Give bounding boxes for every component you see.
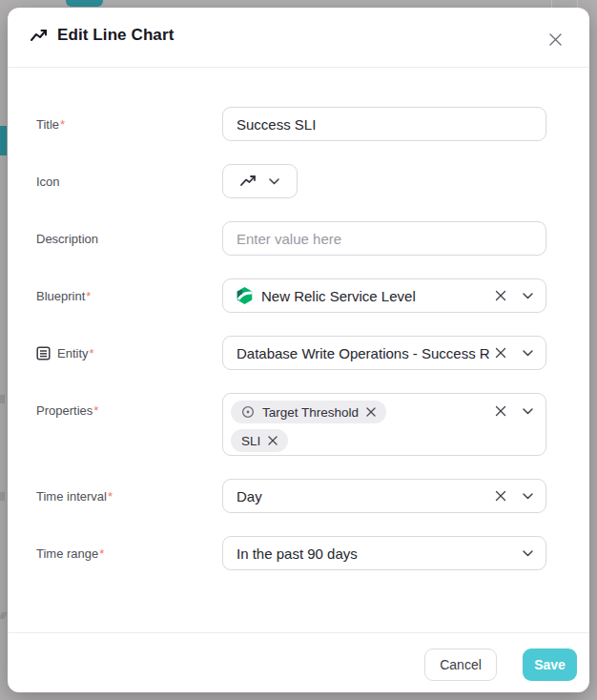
remove-tag-x-icon[interactable] bbox=[268, 436, 278, 445]
title-field-container bbox=[222, 107, 546, 141]
blueprint-select[interactable]: New Relic Service Level bbox=[222, 278, 546, 313]
dialog-header: Edit Line Chart bbox=[8, 8, 589, 68]
property-tag-label: SLI bbox=[241, 434, 260, 448]
required-asterisk: * bbox=[90, 346, 94, 360]
property-tag: Target Threshold bbox=[231, 401, 386, 423]
field-row-time-interval: Time interval* Day bbox=[36, 479, 554, 513]
time-interval-select[interactable]: Day bbox=[222, 479, 546, 513]
required-asterisk: * bbox=[86, 289, 91, 303]
title-input[interactable] bbox=[223, 108, 546, 140]
edit-line-chart-dialog: Edit Line Chart Title* Icon bbox=[8, 8, 589, 692]
icon-label: Icon bbox=[36, 164, 60, 198]
property-tag-label: Target Threshold bbox=[262, 405, 359, 420]
time-range-value: In the past 90 days bbox=[237, 546, 506, 562]
title-label: Title* bbox=[36, 107, 65, 141]
description-label: Description bbox=[36, 221, 98, 256]
field-row-title: Title* bbox=[36, 107, 554, 141]
time-range-label: Time range* bbox=[36, 536, 104, 570]
background-artifact bbox=[577, 0, 578, 8]
time-range-select[interactable]: In the past 90 days bbox=[222, 536, 546, 570]
description-field-container bbox=[222, 221, 546, 256]
footer-divider bbox=[8, 632, 589, 633]
field-row-properties: Properties* Target Threshold bbox=[36, 393, 554, 456]
cancel-button[interactable]: Cancel bbox=[424, 649, 497, 681]
chevron-down-icon[interactable] bbox=[523, 493, 533, 500]
field-row-time-range: Time range* In the past 90 days bbox=[36, 536, 554, 570]
property-tag: SLI bbox=[231, 429, 288, 452]
remove-tag-x-icon[interactable] bbox=[366, 407, 376, 417]
chevron-down-icon bbox=[269, 178, 279, 185]
chevron-down-icon[interactable] bbox=[523, 293, 533, 299]
background-artifact bbox=[0, 612, 8, 619]
close-icon[interactable] bbox=[546, 30, 565, 49]
line-chart-icon bbox=[31, 29, 49, 42]
properties-label: Properties* bbox=[36, 393, 98, 427]
field-row-description: Description bbox=[36, 221, 554, 256]
clear-x-icon[interactable] bbox=[495, 290, 506, 301]
dialog-title: Edit Line Chart bbox=[57, 26, 174, 45]
required-asterisk: * bbox=[108, 489, 113, 504]
required-asterisk: * bbox=[60, 117, 65, 132]
background-artifact bbox=[0, 492, 5, 501]
new-relic-logo-icon bbox=[237, 287, 253, 304]
field-row-entity: Entity* Database Write Operations - Succ… bbox=[36, 336, 554, 370]
chevron-down-icon[interactable] bbox=[523, 350, 533, 357]
entity-label: Entity* bbox=[36, 336, 94, 370]
field-row-blueprint: Blueprint* New Relic Service Level bbox=[36, 278, 554, 313]
time-interval-value: Day bbox=[237, 488, 489, 504]
line-chart-icon bbox=[240, 175, 257, 187]
blueprint-value: New Relic Service Level bbox=[261, 288, 489, 304]
chevron-down-icon[interactable] bbox=[523, 408, 533, 415]
entity-select[interactable]: Database Write Operations - Success Ra bbox=[222, 336, 546, 370]
clear-x-icon[interactable] bbox=[495, 405, 506, 417]
required-asterisk: * bbox=[93, 403, 98, 418]
description-input[interactable] bbox=[223, 222, 546, 255]
field-row-icon: Icon bbox=[36, 164, 554, 198]
entity-value: Database Write Operations - Success Ra bbox=[237, 345, 489, 361]
blueprint-label: Blueprint* bbox=[36, 278, 91, 313]
chevron-down-icon[interactable] bbox=[523, 550, 533, 557]
properties-multiselect[interactable]: Target Threshold SLI bbox=[222, 393, 546, 456]
background-artifact bbox=[551, 0, 552, 8]
background-teal-tab bbox=[66, 0, 103, 7]
target-icon bbox=[241, 405, 255, 419]
clear-x-icon[interactable] bbox=[495, 490, 506, 502]
required-asterisk: * bbox=[99, 546, 104, 561]
background-sidebar-indicator bbox=[0, 126, 7, 155]
save-button[interactable]: Save bbox=[523, 649, 577, 681]
background-artifact bbox=[0, 395, 5, 403]
time-interval-label: Time interval* bbox=[36, 479, 113, 513]
ledger-icon bbox=[36, 346, 51, 360]
clear-x-icon[interactable] bbox=[495, 347, 506, 359]
icon-picker-button[interactable] bbox=[222, 164, 298, 198]
